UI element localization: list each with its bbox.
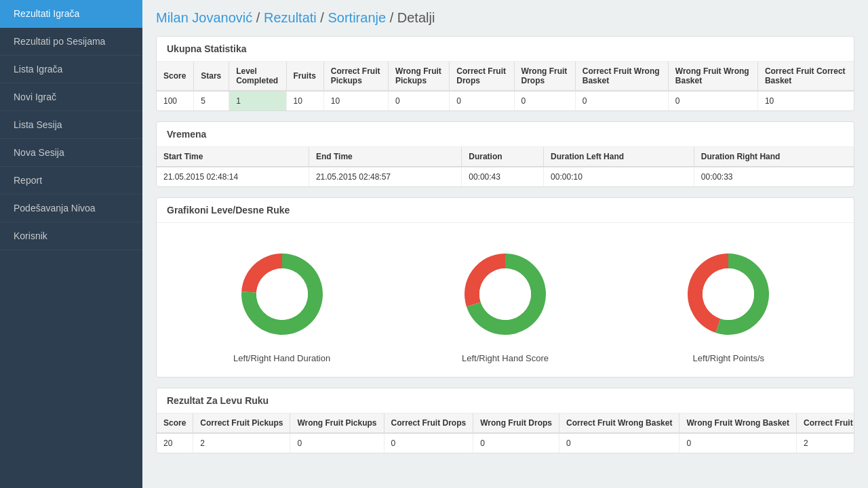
th-correct-fruit-pickups: Correct FruitPickups (323, 62, 388, 91)
th-fruits: Fruits (286, 62, 323, 91)
th-correct-fruit-wrong-basket: Correct Fruit WrongBasket (575, 62, 668, 91)
svg-point-0 (256, 268, 308, 320)
table-cell: 0 (514, 91, 575, 110)
th-rl-correct-drops: Correct Fruit Drops (384, 413, 473, 433)
th-level-completed: LevelCompleted (229, 62, 286, 91)
table-cell: 10 (323, 91, 388, 110)
sidebar-item-lista-sesija[interactable]: Lista Sesija (0, 111, 142, 139)
th-correct-fruit-drops: Correct FruitDrops (450, 62, 514, 91)
sidebar-item-lista-igraca[interactable]: Lista Igrača (0, 56, 142, 83)
th-wrong-fruit-pickups: Wrong FruitPickups (389, 62, 450, 91)
chart-item-1: Left/Right Hand Score (454, 243, 556, 363)
th-rl-correct-wrong-basket: Correct Fruit Wrong Basket (559, 413, 679, 433)
table-cell: 0 (384, 433, 473, 453)
sidebar-item-novi-igrac[interactable]: Novi Igrač (0, 83, 142, 111)
table-cell: 21.05.2015 02:48:14 (157, 167, 309, 186)
table-cell: 1 (229, 91, 286, 110)
main-content: Milan Jovanović / Rezultati / Sortiranje… (142, 0, 868, 488)
rezultat-leva-title: Rezultat Za Levu Ruku (157, 388, 854, 413)
vremena-table: Start Time End Time Duration Duration Le… (157, 147, 854, 186)
th-end-time: End Time (309, 147, 461, 167)
th-rl-wrong-pickups: Wrong Fruit Pickups (290, 413, 384, 433)
table-cell: 0 (575, 91, 668, 110)
th-wrong-fruit-drops: Wrong FruitDrops (514, 62, 575, 91)
sidebar-item-nova-sesija[interactable]: Nova Sesija (0, 139, 142, 167)
sidebar-item-rezultati-sesijama[interactable]: Rezultati po Sesijama (0, 28, 142, 56)
chart-item-2: Left/Right Points/s (677, 243, 779, 363)
charts-area: Left/Right Hand Duration Left/Right Hand… (157, 223, 854, 377)
th-correct-fruit-correct-basket: Correct Fruit CorrectBasket (757, 62, 854, 91)
table-cell: 0 (389, 91, 450, 110)
th-rl-score: Score (157, 413, 193, 433)
breadcrumb-player[interactable]: Milan Jovanović (156, 10, 252, 25)
table-cell: 00:00:10 (544, 167, 694, 186)
th-stars: Stars (194, 62, 229, 91)
chart-label-0: Left/Right Hand Duration (233, 353, 330, 363)
rezultat-leva-panel: Rezultat Za Levu Ruku Score Correct Frui… (156, 388, 854, 453)
donut-chart-0 (231, 243, 333, 345)
table-cell: 10 (286, 91, 323, 110)
breadcrumb: Milan Jovanović / Rezultati / Sortiranje… (156, 10, 854, 26)
ukupna-statistika-panel: Ukupna Statistika Score Stars LevelCompl… (156, 36, 854, 111)
table-cell: 2 (193, 433, 290, 453)
table-cell: 0 (450, 91, 514, 110)
th-rl-correct-correct-basket: Correct Fruit Correct Basket (797, 413, 854, 433)
donut-chart-2 (677, 243, 779, 345)
table-cell: 5 (194, 91, 229, 110)
vremena-panel: Vremena Start Time End Time Duration Dur… (156, 121, 854, 187)
th-rl-wrong-drops: Wrong Fruit Drops (473, 413, 559, 433)
sidebar: Rezultati Igrača Rezultati po Sesijama L… (0, 0, 142, 488)
chart-label-2: Left/Right Points/s (693, 353, 765, 363)
table-cell: 0 (290, 433, 384, 453)
table-cell: 20 (157, 433, 193, 453)
th-wrong-fruit-wrong-basket: Wrong Fruit WrongBasket (668, 62, 757, 91)
th-duration-right: Duration Right Hand (694, 147, 854, 167)
breadcrumb-rezultati[interactable]: Rezultati (264, 10, 317, 25)
table-cell: 10 (757, 91, 854, 110)
chart-label-1: Left/Right Hand Score (462, 353, 549, 363)
ukupna-statistika-table: Score Stars LevelCompleted Fruits Correc… (157, 62, 854, 110)
table-cell: 21.05.2015 02:48:57 (309, 167, 461, 186)
table-cell: 100 (157, 91, 194, 110)
svg-point-2 (703, 268, 754, 320)
sidebar-item-korisnik[interactable]: Korisnik (0, 222, 142, 250)
table-cell: 0 (559, 433, 679, 453)
th-rl-correct-pickups: Correct Fruit Pickups (193, 413, 290, 433)
th-start-time: Start Time (157, 147, 309, 167)
grafikoni-title: Grafikoni Leve/Desne Ruke (157, 198, 854, 223)
breadcrumb-sortiranje[interactable]: Sortiranje (328, 10, 386, 25)
table-cell: 0 (668, 91, 757, 110)
th-rl-wrong-wrong-basket: Wrong Fruit Wrong Basket (679, 413, 797, 433)
th-duration: Duration (462, 147, 544, 167)
th-duration-left: Duration Left Hand (544, 147, 694, 167)
sidebar-item-rezultati-igraca[interactable]: Rezultati Igrača (0, 0, 142, 28)
vremena-title: Vremena (157, 122, 854, 147)
table-cell: 0 (473, 433, 559, 453)
rezultat-leva-table: Score Correct Fruit Pickups Wrong Fruit … (157, 413, 854, 453)
sidebar-item-podesavanja[interactable]: Podešavanja Nivoa (0, 195, 142, 222)
donut-chart-1 (454, 243, 556, 345)
chart-item-0: Left/Right Hand Duration (231, 243, 333, 363)
table-cell: 2 (797, 433, 854, 453)
table-cell: 00:00:43 (462, 167, 544, 186)
th-score: Score (157, 62, 194, 91)
ukupna-statistika-title: Ukupna Statistika (157, 37, 854, 62)
grafikoni-panel: Grafikoni Leve/Desne Ruke Left/Right Han… (156, 197, 854, 378)
svg-point-1 (479, 268, 531, 320)
table-cell: 00:00:33 (694, 167, 854, 186)
table-cell: 0 (679, 433, 797, 453)
sidebar-item-report[interactable]: Report (0, 167, 142, 195)
breadcrumb-current: Detalji (397, 10, 435, 25)
